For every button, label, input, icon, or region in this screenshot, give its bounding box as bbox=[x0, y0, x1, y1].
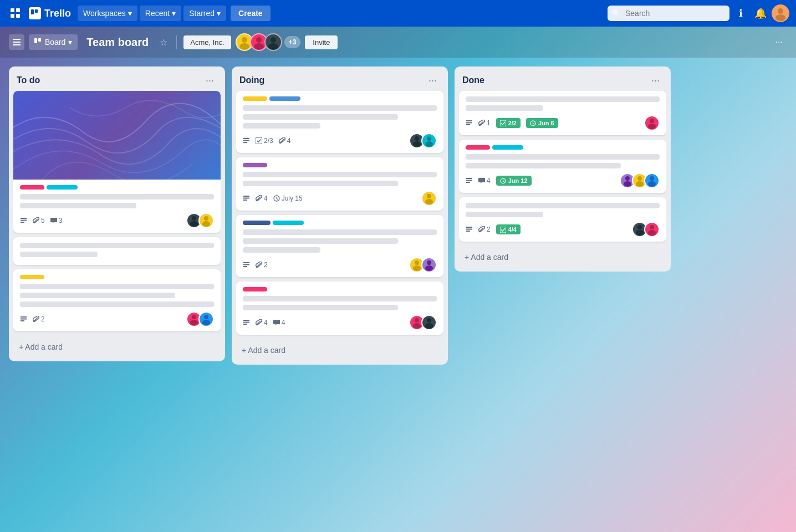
svg-rect-5 bbox=[35, 9, 38, 13]
add-card-doing[interactable]: + Add a card bbox=[236, 341, 443, 359]
sidebar-toggle[interactable] bbox=[9, 34, 24, 50]
card-avatar bbox=[644, 173, 660, 188]
svg-rect-80 bbox=[466, 231, 470, 232]
attachment-count: 5 bbox=[33, 217, 45, 224]
card-image bbox=[13, 91, 221, 180]
notification-icon[interactable]: 🔔 bbox=[752, 4, 769, 22]
svg-point-85 bbox=[648, 230, 656, 236]
card-done-3[interactable]: 2 4/4 bbox=[459, 197, 666, 242]
recent-button[interactable]: Recent ▾ bbox=[140, 6, 181, 21]
member-avatar-3[interactable] bbox=[264, 33, 282, 51]
svg-point-25 bbox=[202, 221, 210, 227]
navbar: Trello Workspaces ▾ Recent ▾ Starred ▾ C… bbox=[0, 0, 796, 27]
svg-point-57 bbox=[415, 318, 419, 323]
card-doing-3[interactable]: 2 bbox=[236, 215, 443, 277]
card-text-line bbox=[243, 181, 398, 186]
svg-point-60 bbox=[425, 323, 433, 329]
svg-rect-34 bbox=[243, 140, 249, 141]
card-done-2[interactable]: 4 Jun 12 bbox=[459, 140, 666, 193]
attachment-count: 4 bbox=[256, 319, 268, 326]
label-teal bbox=[47, 185, 78, 190]
workspace-button[interactable]: Acme, Inc. bbox=[183, 35, 231, 49]
desc-icon-item bbox=[243, 319, 250, 326]
search-input[interactable] bbox=[608, 6, 729, 21]
checklist-count: 2/3 bbox=[256, 137, 273, 145]
add-card-done[interactable]: + Add a card bbox=[459, 248, 666, 266]
card-text-line bbox=[243, 123, 320, 129]
svg-rect-70 bbox=[466, 182, 470, 183]
card-avatars bbox=[632, 222, 660, 237]
card-meta: 5 3 bbox=[20, 217, 186, 224]
svg-point-51 bbox=[413, 265, 421, 271]
svg-point-37 bbox=[415, 136, 419, 141]
svg-point-39 bbox=[427, 136, 431, 141]
trello-logo[interactable]: Trello bbox=[29, 7, 71, 19]
desc-icon-item bbox=[466, 226, 473, 233]
svg-point-40 bbox=[425, 141, 433, 147]
due-date-badge: Jun 12 bbox=[496, 176, 532, 186]
info-icon[interactable]: ℹ bbox=[732, 4, 749, 22]
svg-rect-28 bbox=[21, 320, 24, 321]
svg-rect-42 bbox=[243, 197, 249, 198]
svg-point-76 bbox=[650, 176, 654, 181]
label-cyan bbox=[273, 221, 304, 225]
card-doing-4[interactable]: 4 4 bbox=[236, 282, 443, 335]
workspaces-button[interactable]: Workspaces ▾ bbox=[78, 6, 137, 21]
svg-point-15 bbox=[256, 37, 262, 43]
svg-point-73 bbox=[624, 181, 631, 187]
svg-rect-4 bbox=[31, 9, 34, 14]
card-todo-1[interactable]: 5 3 bbox=[13, 91, 221, 233]
card-meta: 2 bbox=[20, 315, 186, 323]
more-members-badge[interactable]: +3 bbox=[284, 36, 301, 48]
svg-rect-61 bbox=[466, 120, 472, 121]
card-footer: 2/3 4 bbox=[243, 133, 437, 149]
column-menu-doing[interactable]: ··· bbox=[425, 74, 440, 86]
invite-button[interactable]: Invite bbox=[305, 35, 338, 49]
card-avatars bbox=[186, 311, 214, 327]
svg-rect-33 bbox=[243, 138, 249, 139]
board-more-button[interactable]: ··· bbox=[771, 34, 787, 50]
divider bbox=[176, 35, 177, 49]
starred-button[interactable]: Starred ▾ bbox=[183, 6, 226, 21]
svg-point-74 bbox=[637, 176, 642, 181]
grid-icon[interactable] bbox=[7, 4, 24, 22]
card-text-line bbox=[243, 238, 398, 244]
svg-rect-2 bbox=[11, 14, 14, 18]
svg-rect-81 bbox=[500, 227, 506, 233]
svg-rect-63 bbox=[466, 124, 470, 125]
comment-count: 3 bbox=[50, 217, 63, 224]
card-avatars bbox=[409, 133, 437, 149]
card-meta: 4 July 15 bbox=[243, 195, 421, 202]
svg-rect-78 bbox=[466, 227, 472, 228]
column-menu-todo[interactable]: ··· bbox=[202, 74, 217, 86]
column-header-doing: Doing ··· bbox=[236, 72, 443, 91]
card-done-1[interactable]: 1 2/2 Jun 6 bbox=[459, 91, 666, 135]
card-text-line bbox=[20, 243, 214, 248]
board-view-button[interactable]: Board ▾ bbox=[29, 34, 78, 50]
attachment-count: 4 bbox=[279, 137, 291, 145]
svg-point-23 bbox=[190, 221, 198, 227]
comment-count: 4 bbox=[478, 177, 491, 185]
card-todo-2[interactable] bbox=[13, 237, 221, 265]
card-avatars bbox=[409, 315, 437, 330]
column-menu-done[interactable]: ··· bbox=[648, 74, 663, 86]
svg-point-17 bbox=[271, 37, 276, 43]
card-meta: 4 Jun 12 bbox=[466, 176, 620, 186]
card-avatars bbox=[186, 213, 214, 228]
card-todo-3[interactable]: 2 bbox=[13, 269, 221, 331]
add-card-todo[interactable]: + Add a card bbox=[13, 338, 221, 356]
star-button[interactable]: ☆ bbox=[157, 35, 170, 50]
card-avatar bbox=[421, 191, 437, 206]
create-button[interactable]: Create bbox=[231, 6, 271, 21]
card-body: 4 4 bbox=[236, 282, 443, 335]
user-avatar[interactable] bbox=[772, 4, 789, 22]
card-body: 4 Jun 12 bbox=[459, 140, 666, 193]
svg-point-46 bbox=[425, 199, 433, 204]
card-doing-2[interactable]: 4 July 15 bbox=[236, 157, 443, 211]
card-body: 2/3 4 bbox=[236, 91, 443, 153]
svg-rect-20 bbox=[21, 219, 27, 221]
label-cyan bbox=[492, 145, 523, 150]
card-doing-1[interactable]: 2/3 4 bbox=[236, 91, 443, 153]
chevron-down-icon: ▾ bbox=[128, 9, 132, 18]
label-pink bbox=[243, 287, 267, 291]
